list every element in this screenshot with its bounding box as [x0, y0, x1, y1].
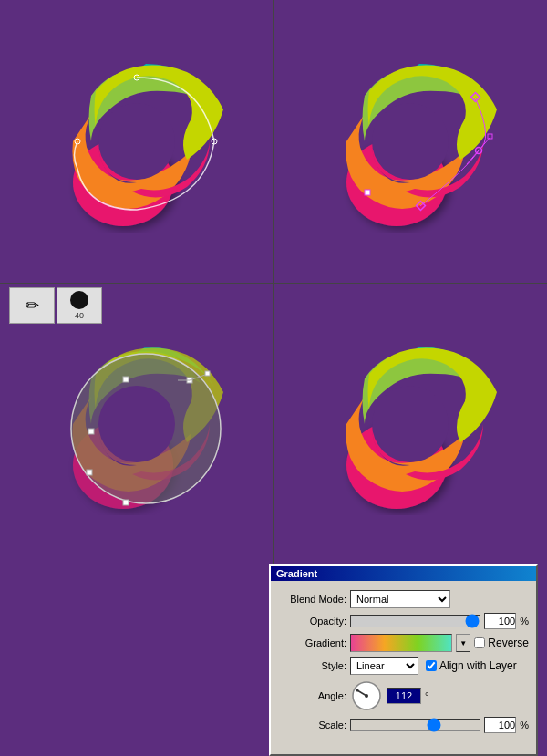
brush-tool-button[interactable]: ✏ — [9, 287, 55, 324]
align-checkbox[interactable] — [426, 660, 437, 671]
panel-body: Blend Mode: Normal Dissolve Opacity: % G… — [271, 586, 536, 741]
scale-unit: % — [520, 720, 529, 730]
size-circle-icon — [70, 291, 88, 309]
gradient-label: Gradient: — [278, 637, 346, 648]
align-label: Align with Layer — [439, 659, 517, 672]
toolbar: ✏ 40 — [9, 287, 102, 324]
svg-point-32 — [356, 689, 359, 692]
svg-point-6 — [372, 103, 449, 180]
brush-size-label: 40 — [75, 311, 84, 320]
opacity-label: Opacity: — [278, 616, 346, 627]
gradient-row: Gradient: ▼ Reverse — [278, 634, 529, 652]
canvas-bottom-right — [274, 283, 547, 565]
c-logo-bottom-left — [46, 333, 228, 515]
brush-icon: ✏ — [26, 297, 39, 314]
angle-dial-svg — [350, 679, 383, 712]
reverse-label: Reverse — [488, 637, 529, 649]
canvas-top-left — [0, 0, 274, 283]
scale-label: Scale: — [278, 720, 346, 730]
style-row: Style: Linear Radial Angle Align with La… — [278, 657, 529, 675]
reverse-checkbox[interactable] — [474, 637, 485, 648]
style-select[interactable]: Linear Radial Angle — [350, 657, 418, 675]
gradient-dropdown-button[interactable]: ▼ — [456, 634, 470, 652]
canvas-bottom-left — [0, 283, 274, 565]
opacity-input[interactable] — [484, 613, 516, 629]
angle-row: Angle: ° — [278, 679, 529, 712]
blend-mode-select[interactable]: Normal Dissolve — [350, 590, 450, 608]
align-checkbox-row: Align with Layer — [426, 659, 517, 672]
c-logo-top-right — [319, 50, 501, 233]
brush-size-button[interactable]: 40 — [57, 287, 102, 324]
opacity-row: Opacity: % — [278, 613, 529, 629]
svg-point-28 — [372, 386, 449, 462]
svg-point-16 — [98, 386, 175, 462]
scale-slider[interactable] — [350, 719, 480, 731]
canvas-grid — [0, 0, 547, 565]
scale-row: Scale: % — [278, 717, 529, 733]
svg-rect-20 — [88, 429, 94, 434]
bottom-left-area — [0, 564, 269, 756]
style-label: Style: — [278, 660, 346, 671]
svg-rect-22 — [123, 500, 129, 505]
blend-mode-row: Blend Mode: Normal Dissolve — [278, 590, 529, 608]
opacity-unit: % — [520, 616, 529, 627]
svg-rect-13 — [365, 190, 370, 195]
opacity-slider[interactable] — [350, 615, 480, 627]
angle-input[interactable] — [387, 688, 421, 704]
gradient-panel: Gradient Blend Mode: Normal Dissolve Opa… — [269, 564, 538, 756]
angle-dial[interactable] — [350, 679, 383, 712]
angle-label: Angle: — [278, 690, 346, 701]
svg-rect-25 — [205, 371, 210, 376]
svg-point-1 — [98, 103, 175, 180]
canvas-top-right — [274, 0, 547, 283]
c-logo-bottom-right — [319, 333, 501, 515]
blend-mode-label: Blend Mode: — [278, 594, 346, 605]
angle-unit: ° — [425, 690, 428, 701]
reverse-checkbox-row: Reverse — [474, 637, 529, 649]
scale-input[interactable] — [484, 717, 516, 733]
panel-title: Gradient — [271, 566, 536, 581]
svg-rect-19 — [123, 377, 129, 382]
svg-rect-21 — [87, 470, 92, 475]
c-logo-top-left — [46, 50, 228, 233]
gradient-bar[interactable] — [350, 634, 452, 652]
